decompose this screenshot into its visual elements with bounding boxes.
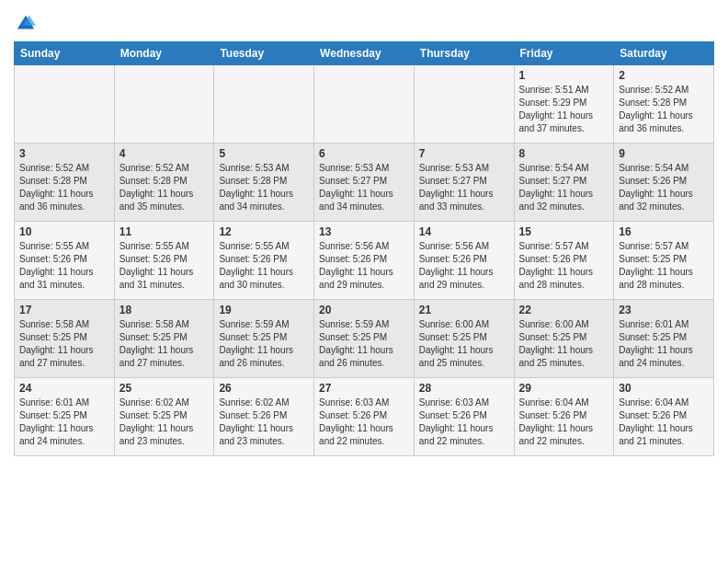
day-info: Sunrise: 6:01 AMSunset: 5:25 PMDaylight:… — [619, 318, 709, 370]
calendar-cell: 18Sunrise: 5:58 AMSunset: 5:25 PMDayligh… — [114, 300, 214, 378]
calendar-cell: 16Sunrise: 5:57 AMSunset: 5:25 PMDayligh… — [614, 222, 714, 300]
calendar-cell: 2Sunrise: 5:52 AMSunset: 5:28 PMDaylight… — [614, 65, 714, 144]
calendar-cell: 15Sunrise: 5:57 AMSunset: 5:26 PMDayligh… — [514, 222, 614, 300]
day-info: Sunrise: 5:58 AMSunset: 5:25 PMDaylight:… — [19, 318, 109, 370]
calendar-cell: 12Sunrise: 5:55 AMSunset: 5:26 PMDayligh… — [214, 222, 314, 300]
page-header — [14, 9, 714, 34]
day-number: 25 — [119, 382, 210, 395]
day-info: Sunrise: 6:04 AMSunset: 5:26 PMDaylight:… — [519, 396, 609, 448]
calendar-cell: 7Sunrise: 5:53 AMSunset: 5:27 PMDaylight… — [414, 144, 514, 222]
day-info: Sunrise: 5:53 AMSunset: 5:27 PMDaylight:… — [319, 162, 409, 213]
calendar-cell: 1Sunrise: 5:51 AMSunset: 5:29 PMDaylight… — [514, 65, 614, 144]
day-number: 19 — [219, 304, 309, 316]
day-info: Sunrise: 5:59 AMSunset: 5:25 PMDaylight:… — [319, 318, 409, 370]
calendar-cell — [414, 65, 514, 144]
calendar-header-monday: Monday — [114, 42, 214, 65]
day-number: 11 — [119, 225, 210, 238]
day-info: Sunrise: 5:52 AMSunset: 5:28 PMDaylight:… — [19, 162, 109, 213]
calendar-cell: 30Sunrise: 6:04 AMSunset: 5:26 PMDayligh… — [614, 378, 714, 456]
calendar-cell: 17Sunrise: 5:58 AMSunset: 5:25 PMDayligh… — [15, 300, 115, 378]
day-info: Sunrise: 6:02 AMSunset: 5:25 PMDaylight:… — [119, 396, 210, 448]
calendar-cell: 23Sunrise: 6:01 AMSunset: 5:25 PMDayligh… — [614, 300, 714, 378]
day-info: Sunrise: 6:01 AMSunset: 5:25 PMDaylight:… — [19, 396, 109, 448]
day-number: 2 — [619, 69, 709, 82]
day-info: Sunrise: 5:52 AMSunset: 5:28 PMDaylight:… — [619, 84, 709, 135]
calendar-week-row: 3Sunrise: 5:52 AMSunset: 5:28 PMDaylight… — [15, 144, 714, 222]
day-number: 8 — [519, 147, 609, 160]
calendar-week-row: 17Sunrise: 5:58 AMSunset: 5:25 PMDayligh… — [15, 300, 714, 378]
day-number: 29 — [519, 382, 609, 395]
calendar-cell: 28Sunrise: 6:03 AMSunset: 5:26 PMDayligh… — [414, 378, 514, 456]
day-number: 9 — [619, 147, 709, 160]
day-info: Sunrise: 6:03 AMSunset: 5:26 PMDaylight:… — [419, 396, 509, 448]
day-info: Sunrise: 6:00 AMSunset: 5:25 PMDaylight:… — [419, 318, 509, 370]
day-number: 17 — [19, 304, 109, 316]
day-number: 13 — [319, 225, 409, 238]
logo — [14, 14, 36, 34]
day-number: 26 — [219, 382, 309, 395]
day-info: Sunrise: 6:03 AMSunset: 5:26 PMDaylight:… — [319, 396, 409, 448]
day-number: 4 — [119, 147, 210, 160]
calendar-cell: 11Sunrise: 5:55 AMSunset: 5:26 PMDayligh… — [114, 222, 214, 300]
calendar-header-row: SundayMondayTuesdayWednesdayThursdayFrid… — [15, 42, 714, 65]
calendar-cell: 26Sunrise: 6:02 AMSunset: 5:26 PMDayligh… — [214, 378, 314, 456]
calendar-cell: 9Sunrise: 5:54 AMSunset: 5:26 PMDaylight… — [614, 144, 714, 222]
day-number: 30 — [619, 382, 709, 395]
calendar-cell: 27Sunrise: 6:03 AMSunset: 5:26 PMDayligh… — [314, 378, 415, 456]
day-info: Sunrise: 5:55 AMSunset: 5:26 PMDaylight:… — [19, 240, 109, 292]
day-number: 12 — [219, 225, 309, 238]
day-info: Sunrise: 5:54 AMSunset: 5:27 PMDaylight:… — [519, 162, 609, 213]
calendar-cell — [15, 65, 115, 144]
day-info: Sunrise: 5:59 AMSunset: 5:25 PMDaylight:… — [219, 318, 309, 370]
day-number: 1 — [519, 69, 609, 82]
day-info: Sunrise: 6:04 AMSunset: 5:26 PMDaylight:… — [619, 396, 709, 448]
calendar-cell: 10Sunrise: 5:55 AMSunset: 5:26 PMDayligh… — [15, 222, 115, 300]
calendar-cell: 5Sunrise: 5:53 AMSunset: 5:28 PMDaylight… — [214, 144, 314, 222]
day-number: 27 — [319, 382, 409, 395]
logo-icon — [16, 14, 36, 34]
day-info: Sunrise: 5:53 AMSunset: 5:27 PMDaylight:… — [419, 162, 509, 213]
calendar-cell: 13Sunrise: 5:56 AMSunset: 5:26 PMDayligh… — [314, 222, 415, 300]
day-number: 7 — [419, 147, 509, 160]
calendar-cell: 4Sunrise: 5:52 AMSunset: 5:28 PMDaylight… — [114, 144, 214, 222]
calendar-cell: 14Sunrise: 5:56 AMSunset: 5:26 PMDayligh… — [414, 222, 514, 300]
day-number: 22 — [519, 304, 609, 316]
day-number: 28 — [419, 382, 509, 395]
day-number: 15 — [519, 225, 609, 238]
day-number: 20 — [319, 304, 409, 316]
day-info: Sunrise: 5:56 AMSunset: 5:26 PMDaylight:… — [419, 240, 509, 292]
day-number: 5 — [219, 147, 309, 160]
day-info: Sunrise: 5:52 AMSunset: 5:28 PMDaylight:… — [119, 162, 210, 213]
day-info: Sunrise: 5:57 AMSunset: 5:26 PMDaylight:… — [519, 240, 609, 292]
day-number: 21 — [419, 304, 509, 316]
calendar-cell: 6Sunrise: 5:53 AMSunset: 5:27 PMDaylight… — [314, 144, 415, 222]
calendar-cell: 21Sunrise: 6:00 AMSunset: 5:25 PMDayligh… — [414, 300, 514, 378]
calendar-cell: 25Sunrise: 6:02 AMSunset: 5:25 PMDayligh… — [114, 378, 214, 456]
day-info: Sunrise: 5:56 AMSunset: 5:26 PMDaylight:… — [319, 240, 409, 292]
calendar-week-row: 1Sunrise: 5:51 AMSunset: 5:29 PMDaylight… — [15, 65, 714, 144]
calendar-header-friday: Friday — [514, 42, 614, 65]
day-info: Sunrise: 6:00 AMSunset: 5:25 PMDaylight:… — [519, 318, 609, 370]
day-info: Sunrise: 5:55 AMSunset: 5:26 PMDaylight:… — [119, 240, 210, 292]
day-info: Sunrise: 5:57 AMSunset: 5:25 PMDaylight:… — [619, 240, 709, 292]
calendar-cell — [314, 65, 415, 144]
calendar-week-row: 24Sunrise: 6:01 AMSunset: 5:25 PMDayligh… — [15, 378, 714, 456]
day-number: 18 — [119, 304, 210, 316]
calendar-cell — [214, 65, 314, 144]
calendar-cell: 20Sunrise: 5:59 AMSunset: 5:25 PMDayligh… — [314, 300, 415, 378]
calendar-cell: 29Sunrise: 6:04 AMSunset: 5:26 PMDayligh… — [514, 378, 614, 456]
calendar-header-sunday: Sunday — [15, 42, 115, 65]
day-info: Sunrise: 5:53 AMSunset: 5:28 PMDaylight:… — [219, 162, 309, 213]
day-info: Sunrise: 6:02 AMSunset: 5:26 PMDaylight:… — [219, 396, 309, 448]
day-info: Sunrise: 5:54 AMSunset: 5:26 PMDaylight:… — [619, 162, 709, 213]
day-number: 23 — [619, 304, 709, 316]
day-info: Sunrise: 5:58 AMSunset: 5:25 PMDaylight:… — [119, 318, 210, 370]
calendar-header-wednesday: Wednesday — [314, 42, 415, 65]
day-number: 16 — [619, 225, 709, 238]
day-number: 10 — [19, 225, 109, 238]
day-number: 3 — [19, 147, 109, 160]
day-info: Sunrise: 5:51 AMSunset: 5:29 PMDaylight:… — [519, 84, 609, 135]
calendar-week-row: 10Sunrise: 5:55 AMSunset: 5:26 PMDayligh… — [15, 222, 714, 300]
calendar-header-saturday: Saturday — [614, 42, 714, 65]
calendar-cell: 24Sunrise: 6:01 AMSunset: 5:25 PMDayligh… — [15, 378, 115, 456]
